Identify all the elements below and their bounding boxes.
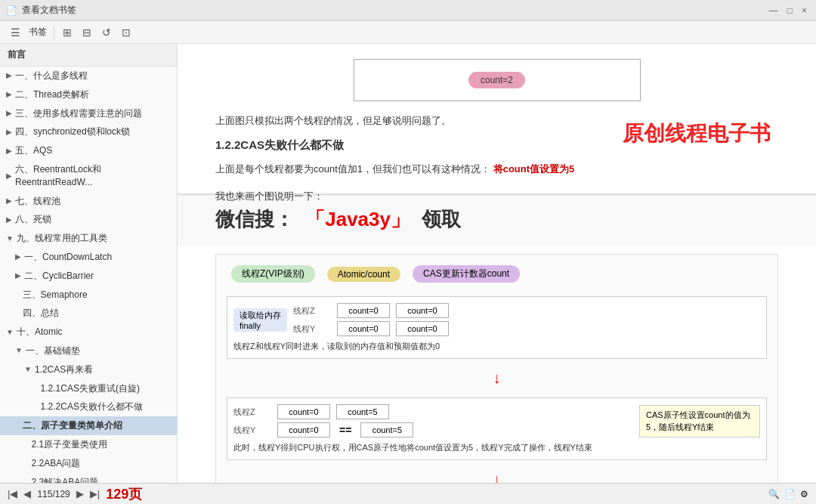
toc-item-13[interactable]: ▼ 十、Atomic [0,323,177,342]
expand-icon-4: ▶ [6,146,12,156]
expand-icon-18 [15,421,20,431]
window-controls: — □ × [766,4,810,17]
count-box-6: count=5 [336,404,389,419]
expand-icon-2: ▶ [6,108,12,119]
wechat-title: 微信搜： 「Java3y」 领取 [215,206,778,233]
toc-item-9[interactable]: ▶ 一、CountDownLatch [0,248,177,267]
count-box-8: count=5 [360,422,413,438]
toc-item-21[interactable]: 2.3解决ABA问题 [0,473,177,483]
watermark-text: 原创线程电子书 [623,119,771,148]
toc-item-4[interactable]: ▶ 五、AQS [0,141,177,160]
sidebar: 前言 ▶ 一、什么是多线程 ▶ 二、Thread类解析 ▶ 三、使用多线程需要注… [0,44,178,483]
page-top-section: count=2 上面图只模拟出两个线程的情况，但足够说明问题了。 1.2.2CA… [178,44,816,195]
count-box-2: count=0 [396,303,449,318]
expand-icon-6: ▶ [6,196,12,206]
expand-icon-16 [33,383,38,394]
expand-icon-11 [15,289,20,300]
nav-last-btn[interactable]: ▶| [90,488,100,499]
count-box-4: count=0 [396,321,449,336]
desc-text-2: 上面是每个线程都要为count值加1，但我们也可以有这种情况： 将count值设… [215,160,778,178]
expand-icon-3: ▶ [6,127,12,138]
top-bar: 📄 查看文档书签 — □ × [0,0,816,21]
status-icon-2[interactable]: 📄 [784,489,796,499]
count-box-1: count=0 [337,303,390,318]
thread-y-label2: 线程Y [233,425,271,436]
toc-item-16[interactable]: 1.2.1CAS失败重试(自旋) [0,379,177,398]
restore-btn[interactable]: □ [784,4,796,17]
toc-item-2[interactable]: ▶ 三、使用多线程需要注意的问题 [0,104,177,123]
thread-y-label1: 线程Y [293,323,331,335]
expand-icon-14: ▼ [15,345,23,356]
expand-icon-0: ▶ [6,70,12,81]
toc-item-14[interactable]: ▼ 一、基础铺垫 [0,342,177,360]
expand-icon-10: ▶ [15,271,21,281]
toc-item-20[interactable]: 2.2ABA问题 [0,454,177,473]
count-bubble: count=2 [468,72,525,88]
toolbar: ☰ 书签 ⊞ ⊟ ↺ ⊡ [0,21,816,44]
toc-item-0[interactable]: ▶ 一、什么是多线程 [0,66,177,85]
toc-list[interactable]: ▶ 一、什么是多线程 ▶ 二、Thread类解析 ▶ 三、使用多线程需要注意的问… [0,66,177,483]
desc-text-3: 我也来画个图说明一下： [215,187,778,205]
close-btn[interactable]: × [799,4,810,17]
expand-icon-5: ▶ [6,171,12,181]
app-icon: 📄 [6,5,17,16]
toc-item-10[interactable]: ▶ 二、CyclicBarrier [0,267,177,286]
expand-icon-8: ▼ [6,233,14,244]
status-icon-1[interactable]: 🔍 [768,489,780,499]
page-display: 115/129 [37,489,70,499]
toc-item-12[interactable]: 四、总结 [0,304,177,323]
status-bar-right: 🔍 📄 ⚙ [768,489,808,499]
count-box-7: count=0 [277,422,330,438]
expand-icon-19 [24,439,29,450]
expand-icon-13: ▼ [6,327,14,338]
thread-z-label2: 线程Z [233,407,271,418]
toc-item-3[interactable]: ▶ 四、synchronized锁和lock锁 [0,122,177,141]
toc-item-atomic-intro[interactable]: 二、原子变量类简单介绍 [0,416,177,435]
status-icon-3[interactable]: ⚙ [800,489,808,499]
refresh-btn[interactable]: ↺ [97,24,116,41]
toc-item-15[interactable]: ▼ 1.2CAS再来看 [0,360,177,379]
left-note: 读取给内存finally [233,308,287,332]
toolbar-separator [54,26,54,39]
content-area[interactable]: count=2 上面图只模拟出两个线程的情况，但足够说明问题了。 1.2.2CA… [178,44,816,483]
block2-desc: 此时，线程Y得到CPU执行权，用CAS原子性地将count值设置为5，线程Y完成… [233,442,760,453]
nav-first-btn[interactable]: |◀ [8,488,17,499]
minimize-btn[interactable]: — [766,4,781,17]
nav-next-btn[interactable]: ▶ [76,488,84,499]
menu-button[interactable]: ☰ [6,24,24,41]
extra-btn[interactable]: ⊡ [117,24,135,41]
expand-icon-20 [24,458,29,468]
equals-sign: == [339,424,351,436]
window-title: 查看文档书签 [22,4,76,17]
block1-desc: 线程Z和线程Y同时进来，读取到的内存值和预期值都为0 [233,341,760,352]
toc-item-1[interactable]: ▶ 二、Thread类解析 [0,85,177,104]
diagram-block-1: 读取给内存finally 线程Z count=0 count=0 线程Y cou… [227,296,767,359]
nav-prev-btn[interactable]: ◀ [23,488,31,499]
toc-item-17[interactable]: 1.2.2CAS失败什么都不做 [0,397,177,416]
expand-icon-12 [15,308,20,319]
toc-header: 前言 [0,44,177,66]
toc-item-19[interactable]: 2.1原子变量类使用 [0,435,177,454]
expand-icon-21 [24,477,29,483]
arrow-down-2: ↓ [224,471,770,483]
expand-icon-7: ▶ [6,215,12,225]
expand-icon-17 [33,402,38,413]
diagram-area: 线程Z(VIP级别) Atomic/count CAS更新计数器count 读取… [178,246,816,483]
diagram-block-2: 线程Z count=0 count=5 线程Y count=0 == count… [227,397,767,460]
toc-item-8[interactable]: ▼ 九、线程常用的工具类 [0,229,177,248]
status-bar-left: |◀ ◀ 115/129 ▶ ▶| 129页 [8,485,142,503]
view-btn-2[interactable]: ⊟ [78,24,96,41]
toc-item-semaphore[interactable]: 三、Semaphore [0,286,177,305]
expand-icon-9: ▶ [15,252,21,262]
toc-item-5[interactable]: ▶ 六、ReentrantLock和ReentrantReadW... [0,160,177,192]
toc-item-6[interactable]: ▶ 七、线程池 [0,192,177,211]
page-bottom-section: 微信搜： 「Java3y」 领取 线程Z(VIP级别) Atomic/count… [178,195,816,483]
page-total-label: 129页 [106,485,142,503]
toolbar-label: 书签 [29,26,47,39]
toc-item-7[interactable]: ▶ 八、死锁 [0,210,177,229]
arrow-down-1: ↓ [224,369,770,387]
status-bar: |◀ ◀ 115/129 ▶ ▶| 129页 🔍 📄 ⚙ [0,483,816,504]
thread-y-bubble-top: Atomic/count [327,267,400,282]
main-layout: 前言 ▶ 一、什么是多线程 ▶ 二、Thread类解析 ▶ 三、使用多线程需要注… [0,44,816,483]
view-btn-1[interactable]: ⊞ [58,24,76,41]
